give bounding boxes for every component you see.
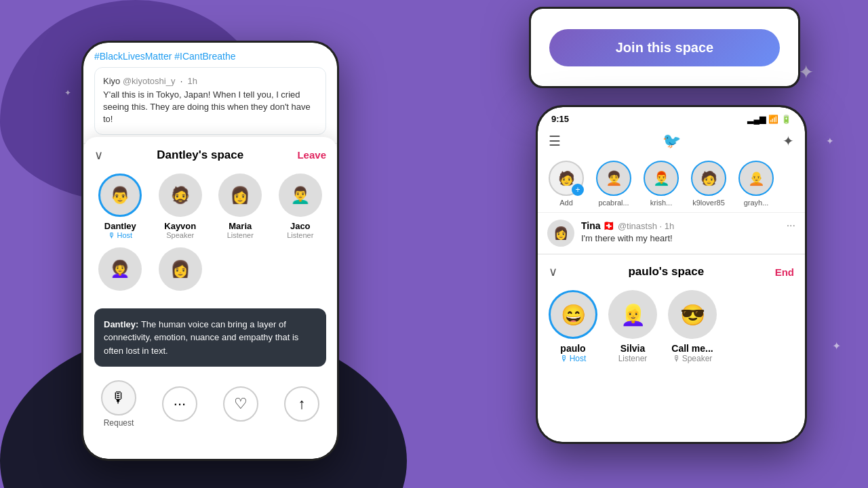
- chevron-down-icon[interactable]: ∨: [94, 148, 103, 163]
- callme-mic-icon: 🎙: [673, 354, 681, 363]
- avatar-maria: 👩: [218, 174, 262, 217]
- silvia-name: Silvia: [620, 343, 646, 354]
- participant-jaco: 👨‍🦱 Jaco Listener: [275, 174, 327, 239]
- twitter-logo-icon: 🐦: [663, 132, 681, 150]
- paulo-mic-icon: 🎙: [560, 354, 568, 363]
- share-button[interactable]: ↑: [284, 386, 319, 422]
- avatar-row2-2: 👩: [159, 247, 202, 291]
- callme-role: 🎙 Speaker: [673, 354, 713, 363]
- participant-maria: 👩 Maria Listener: [214, 174, 267, 239]
- mic-icon-dantley: 🎙: [108, 231, 115, 239]
- share-control[interactable]: ↑: [284, 386, 319, 422]
- participant-name-maria: Maria: [229, 221, 252, 231]
- wifi-icon: 📶: [768, 115, 778, 124]
- status-time: 9:15: [551, 114, 569, 124]
- paulo-space-panel: ∨ paulo's space End 😄 paulo 🎙 Host 👱‍♀️ …: [538, 254, 805, 442]
- story-avatar-krish: 👨‍🦰: [644, 161, 679, 196]
- avatar-paulo: 😄: [549, 290, 597, 339]
- end-button[interactable]: End: [775, 266, 794, 278]
- participant-role-kayvon: Speaker: [166, 231, 194, 239]
- tweet-right-name-area: Tina 🇨🇭 @tinastsh · 1h: [581, 220, 674, 232]
- more-tweet-icon[interactable]: ···: [787, 220, 795, 232]
- participant-kayvon: 🧔 Kayvon Speaker: [155, 174, 207, 239]
- sparkle-icon-3: ✦: [64, 88, 71, 98]
- dantley-space-panel: ∨ Dantley's space Leave 👨 Dantley 🎙 Host…: [83, 137, 337, 459]
- silvia-role: Listener: [618, 354, 648, 363]
- story-krish[interactable]: 👨‍🦰 krish...: [641, 161, 682, 207]
- tweet-text: Y'all this is in Tokyo, Japan! When I te…: [103, 89, 317, 126]
- sparkle-nav-icon[interactable]: ✦: [783, 133, 794, 149]
- space-title: Dantley's space: [157, 148, 243, 162]
- story-grayh[interactable]: 🧑‍🦲 grayh...: [736, 161, 776, 207]
- stories-row: 🧑 + Add 🧑‍🦱 pcabral... 👨‍🦰 krish... 🧑 k9…: [538, 155, 805, 213]
- mic-button[interactable]: 🎙: [101, 380, 136, 415]
- sparkle-icon-2: ✦: [832, 340, 841, 352]
- join-space-button[interactable]: Join this space: [549, 29, 780, 66]
- participant-role-dantley: 🎙 Host: [108, 231, 132, 239]
- sparkle-icon-small: ✦: [826, 136, 834, 146]
- left-phone: #BlackLivesMatter #ICantBreathe Kiyo @ki…: [81, 41, 339, 461]
- space-header: ∨ Dantley's space Leave: [94, 148, 326, 163]
- story-add[interactable]: 🧑 + Add: [546, 161, 587, 207]
- tina-handle: @tinastsh · 1h: [618, 221, 674, 231]
- quote-speaker: Dantley:: [104, 319, 141, 329]
- participants-grid: 👨 Dantley 🎙 Host 🧔 Kayvon Speaker 👩 Mari…: [94, 174, 326, 239]
- tina-tweet-text: I'm there with my heart!: [581, 233, 795, 243]
- story-label-grayh: grayh...: [744, 199, 769, 207]
- paulo-space-title: paulo's space: [628, 265, 704, 279]
- participant-row2-2: 👩: [155, 247, 207, 295]
- add-story-avatar: 🧑 +: [549, 161, 584, 196]
- top-phone: Join this space: [529, 7, 800, 88]
- participant-callme: 😎 Call me... 🎙 Speaker: [668, 290, 717, 363]
- menu-icon[interactable]: ☰: [549, 133, 561, 149]
- participant-role-jaco: Listener: [287, 231, 313, 239]
- hashtags: #BlackLivesMatter #ICantBreathe: [94, 51, 326, 62]
- leave-button[interactable]: Leave: [297, 149, 326, 161]
- tweet-right: 👩 Tina 🇨🇭 @tinastsh · 1h ··· I'm there w…: [538, 213, 805, 254]
- more-button[interactable]: ···: [162, 386, 197, 422]
- participant-name-dantley: Dantley: [104, 221, 136, 231]
- signal-icon: ▂▄▆: [747, 115, 766, 124]
- paulo-name: paulo: [560, 343, 585, 354]
- participant-silvia: 👱‍♀️ Silvia Listener: [608, 290, 657, 363]
- tweet-time: 1h: [188, 76, 197, 86]
- story-avatar-pcabral: 🧑‍🦱: [596, 161, 631, 196]
- tweet-right-avatar: 👩: [547, 220, 574, 247]
- participant-name-jaco: Jaco: [290, 221, 311, 231]
- status-icons: ▂▄▆ 📶 🔋: [747, 115, 791, 124]
- participant-row2-1: 👩‍🦱: [94, 247, 146, 295]
- heart-button[interactable]: ♡: [223, 386, 258, 422]
- participant-dantley: 👨 Dantley 🎙 Host: [94, 174, 146, 239]
- paulo-chevron-icon[interactable]: ∨: [549, 264, 557, 279]
- participant-role-maria: Listener: [227, 231, 254, 239]
- heart-control[interactable]: ♡: [223, 386, 258, 422]
- tweet-right-content: Tina 🇨🇭 @tinastsh · 1h ··· I'm there wit…: [581, 220, 795, 247]
- more-control[interactable]: ···: [162, 386, 197, 422]
- callme-name: Call me...: [671, 343, 713, 354]
- paulo-space-header: ∨ paulo's space End: [549, 264, 794, 279]
- story-label-krish: krish...: [650, 199, 672, 207]
- paulo-participants: 😄 paulo 🎙 Host 👱‍♀️ Silvia Listener 😎 Ca…: [549, 290, 794, 363]
- request-control[interactable]: 🎙 Request: [101, 380, 136, 428]
- tweet-card: Kiyo @kiyotoshi_y · 1h Y'all this is in …: [94, 67, 326, 135]
- sparkle-icon: ✦: [798, 61, 814, 83]
- avatar-silvia: 👱‍♀️: [608, 290, 657, 339]
- right-phone: 9:15 ▂▄▆ 📶 🔋 ☰ 🐦 ✦ 🧑 + Add 🧑‍🦱: [536, 105, 807, 444]
- quote-bubble: Dantley: The human voice can bring a lay…: [94, 308, 326, 367]
- avatar-callme: 😎: [668, 290, 717, 339]
- status-bar: 9:15 ▂▄▆ 📶 🔋: [538, 107, 805, 127]
- tweet-author: Kiyo @kiyotoshi_y · 1h: [103, 76, 317, 86]
- tweet-name: Kiyo: [103, 76, 120, 86]
- participants-row2: 👩‍🦱 👩: [94, 247, 326, 295]
- request-label: Request: [104, 418, 134, 428]
- story-label-add: Add: [559, 199, 573, 207]
- tweet-right-header: Tina 🇨🇭 @tinastsh · 1h ···: [581, 220, 795, 232]
- avatar-row2-1: 👩‍🦱: [98, 247, 142, 291]
- avatar-jaco: 👨‍🦱: [279, 174, 322, 217]
- space-controls: 🎙 Request ··· ♡ ↑: [94, 380, 326, 428]
- story-k9lover[interactable]: 🧑 k9lover85: [688, 161, 729, 207]
- story-avatar-grayh: 🧑‍🦲: [738, 161, 774, 196]
- story-pcabral[interactable]: 🧑‍🦱 pcabral...: [593, 161, 634, 207]
- battery-icon: 🔋: [781, 115, 791, 124]
- tweet-handle: @kiyotoshi_y: [123, 76, 176, 86]
